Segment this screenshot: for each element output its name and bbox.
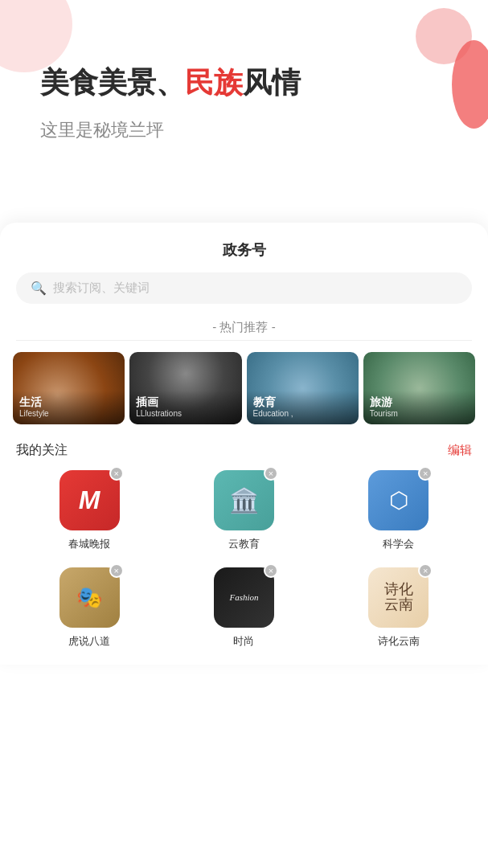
category-grid: 生活Lifestyle插画LLlustrations教育Education ,旅… — [0, 341, 488, 436]
follow-avatar-0: M — [59, 470, 120, 530]
follow-close-button-1[interactable]: × — [264, 466, 278, 481]
category-name-en-2: Education , — [253, 409, 352, 418]
follow-avatar-1: 🏛️ — [214, 470, 274, 530]
search-icon: 🔍 — [31, 280, 47, 296]
hero-title-part1: 美食美景、 — [40, 66, 185, 99]
category-name-en-1: LLlustrations — [136, 409, 235, 418]
follow-close-button-0[interactable]: × — [109, 466, 124, 481]
panel-header: 政务号 — [0, 223, 488, 260]
follow-avatar-5: 诗化云南 — [368, 567, 429, 628]
follows-edit-button[interactable]: 编辑 — [448, 443, 472, 458]
follow-name-2: 科学会 — [383, 537, 414, 551]
hot-label: - 热门推荐 - — [0, 320, 488, 335]
follow-item-0[interactable]: M×春城晚报 — [16, 470, 162, 551]
follow-grid: M×春城晚报🏛️×云教育⬡×科学会🎭×虎说八道Fashion×时尚诗化云南×诗化… — [16, 470, 472, 649]
follow-name-0: 春城晚报 — [68, 537, 110, 551]
search-placeholder-text: 搜索订阅、关键词 — [53, 280, 150, 296]
follow-close-button-5[interactable]: × — [418, 563, 433, 578]
category-item-lifestyle[interactable]: 生活Lifestyle — [13, 352, 125, 424]
follow-name-3: 虎说八道 — [68, 634, 110, 649]
category-item-lllustrations[interactable]: 插画LLlustrations — [129, 352, 241, 424]
hot-section: - 热门推荐 - — [0, 320, 488, 341]
category-name-cn-2: 教育 — [253, 395, 352, 409]
category-item-tourism[interactable]: 旅游Tourism — [363, 352, 475, 424]
follow-item-3[interactable]: 🎭×虎说八道 — [16, 567, 162, 649]
category-name-cn-0: 生活 — [19, 395, 118, 409]
category-name-cn-1: 插画 — [136, 395, 235, 409]
hero-title-part2: 风情 — [243, 66, 301, 99]
hero-section: 美食美景、民族风情 这里是秘境兰坪 — [0, 0, 488, 174]
follow-avatar-4: Fashion — [214, 567, 274, 628]
follow-item-1[interactable]: 🏛️×云教育 — [170, 470, 317, 551]
follow-avatar-3: 🎭 — [59, 567, 120, 628]
follow-close-button-3[interactable]: × — [109, 563, 124, 578]
category-name-en-3: Tourism — [370, 409, 469, 418]
follow-name-4: 时尚 — [233, 634, 254, 649]
hero-title-highlight: 民族 — [185, 66, 243, 99]
follow-name-5: 诗化云南 — [378, 634, 420, 649]
follow-item-5[interactable]: 诗化云南×诗化云南 — [326, 567, 472, 649]
search-bar[interactable]: 🔍 搜索订阅、关键词 — [16, 272, 472, 304]
follows-header: 我的关注 编辑 — [16, 442, 472, 459]
card-panel: 政务号 🔍 搜索订阅、关键词 - 热门推荐 - 生活Lifestyle插画LLl… — [0, 223, 488, 665]
category-item-education-[interactable]: 教育Education , — [247, 352, 359, 424]
hero-subtitle: 这里是秘境兰坪 — [40, 118, 456, 142]
category-name-en-0: Lifestyle — [19, 409, 118, 418]
hero-title: 美食美景、民族风情 — [40, 64, 456, 102]
category-name-cn-3: 旅游 — [370, 395, 469, 409]
my-follows: 我的关注 编辑 M×春城晚报🏛️×云教育⬡×科学会🎭×虎说八道Fashion×时… — [0, 442, 488, 649]
follow-avatar-2: ⬡ — [368, 470, 429, 530]
follows-title: 我的关注 — [16, 442, 68, 459]
follow-close-button-4[interactable]: × — [264, 563, 278, 578]
follow-close-button-2[interactable]: × — [418, 466, 433, 481]
follow-name-1: 云教育 — [228, 537, 260, 551]
follow-item-4[interactable]: Fashion×时尚 — [170, 567, 317, 649]
follow-item-2[interactable]: ⬡×科学会 — [326, 470, 472, 551]
